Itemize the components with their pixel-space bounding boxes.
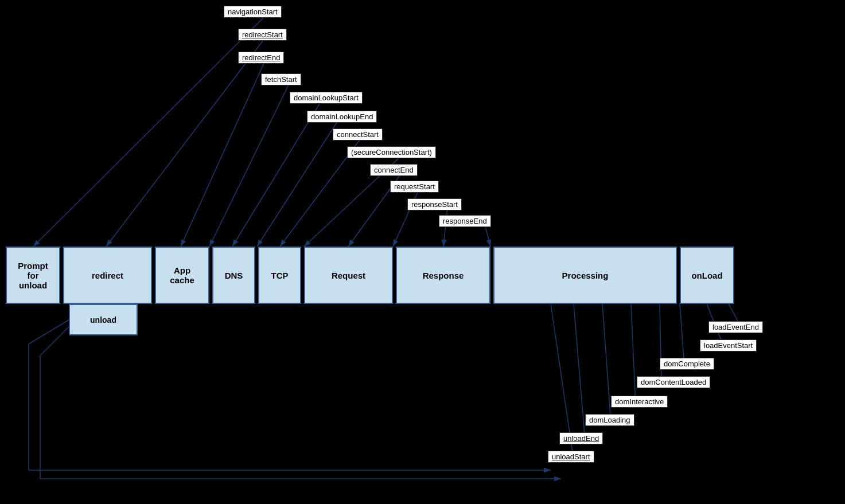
label-domContentLoaded: domContentLoaded bbox=[637, 376, 710, 388]
label-responseStart: responseStart bbox=[407, 198, 462, 210]
label-domainLookupStart: domainLookupStart bbox=[290, 92, 363, 104]
label-redirectEnd: redirectEnd bbox=[238, 52, 284, 64]
phase-box-onload: onLoad bbox=[680, 247, 734, 304]
svg-line-17 bbox=[660, 304, 661, 385]
label-redirectStart: redirectStart bbox=[238, 29, 287, 41]
label-domLoading: domLoading bbox=[585, 414, 634, 426]
label-fetchStart: fetchStart bbox=[261, 73, 301, 85]
label-loadEventEnd: loadEventEnd bbox=[708, 321, 763, 333]
svg-line-1 bbox=[33, 16, 265, 247]
label-unloadEnd: unloadEnd bbox=[559, 432, 603, 444]
phase-box-redirect: redirect bbox=[63, 247, 152, 304]
svg-line-4 bbox=[209, 83, 290, 247]
diagram-container: Prompt for unloadredirectApp cacheDNSTCP… bbox=[0, 0, 845, 504]
label-secureConnectionStart: (secureConnectionStart) bbox=[347, 146, 436, 158]
svg-line-14 bbox=[574, 304, 585, 442]
svg-line-15 bbox=[602, 304, 611, 423]
label-navigationStart: navigationStart bbox=[224, 6, 282, 18]
svg-line-12 bbox=[485, 224, 490, 247]
label-domComplete: domComplete bbox=[660, 358, 714, 370]
label-unloadStart: unloadStart bbox=[548, 451, 594, 463]
label-loadEventStart: loadEventStart bbox=[700, 339, 757, 351]
phase-box-request: Request bbox=[304, 247, 393, 304]
label-connectStart: connectStart bbox=[333, 128, 383, 140]
label-requestStart: requestStart bbox=[390, 181, 439, 193]
unload-box: unload bbox=[69, 304, 138, 335]
svg-line-16 bbox=[631, 304, 636, 405]
label-connectEnd: connectEnd bbox=[370, 164, 418, 176]
phase-box-processing: Processing bbox=[493, 247, 677, 304]
label-domainLookupEnd: domainLookupEnd bbox=[307, 111, 377, 123]
svg-line-24 bbox=[40, 327, 69, 355]
svg-line-5 bbox=[232, 101, 321, 247]
svg-line-21 bbox=[29, 320, 69, 344]
phase-box-response: Response bbox=[396, 247, 490, 304]
svg-line-11 bbox=[443, 208, 447, 247]
phase-box-appcache: App cache bbox=[155, 247, 209, 304]
phase-box-tcp: TCP bbox=[258, 247, 301, 304]
label-responseEnd: responseEnd bbox=[439, 215, 491, 227]
label-domInteractive: domInteractive bbox=[611, 396, 668, 408]
svg-line-2 bbox=[106, 38, 265, 247]
phase-box-dns: DNS bbox=[212, 247, 255, 304]
phase-box-prompt: Prompt for unload bbox=[6, 247, 60, 304]
